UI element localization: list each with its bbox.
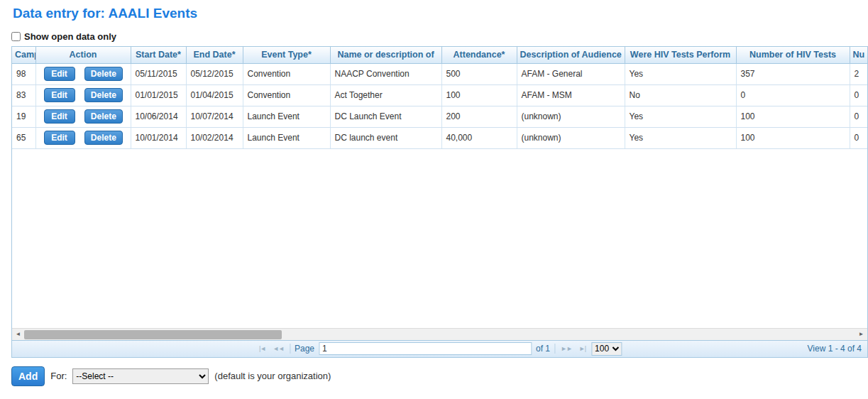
cell-campaign: 65 [12,127,35,148]
cell-action: Edit Delete [35,127,131,148]
cell-num-hiv-tests: 100 [736,106,850,127]
cell-action: Edit Delete [35,63,131,84]
cell-truncated: 0 [850,106,867,127]
cell-truncated: 0 [850,84,867,106]
first-page-icon[interactable]: |◄ [258,345,267,352]
edit-button[interactable]: Edit [44,67,75,81]
scroll-right-arrow-icon[interactable]: ► [855,329,867,340]
delete-button[interactable]: Delete [84,67,123,81]
table-row[interactable]: 19 Edit Delete 10/06/2014 10/07/2014 Lau… [12,106,867,127]
cell-truncated: 2 [850,63,867,84]
cell-campaign: 98 [12,63,35,84]
col-header-action[interactable]: Action [35,47,131,63]
page-size-select[interactable]: 100 [591,342,622,356]
cell-event-type: Launch Event [243,127,330,148]
data-grid: Camp Action Start Date* End Date* Event … [11,46,868,358]
cell-action: Edit Delete [35,106,131,127]
page-label: Page [295,344,314,354]
add-button[interactable]: Add [11,366,45,386]
delete-button[interactable]: Delete [84,131,123,145]
col-header-event-type[interactable]: Event Type* [243,47,330,63]
cell-hiv-tests: Yes [625,106,736,127]
table-row[interactable]: 65 Edit Delete 10/01/2014 10/02/2014 Lau… [12,127,867,148]
pager-controls: |◄ ◄◄ Page of 1 ►► ►| 100 [258,342,622,356]
page-of-label: of 1 [536,344,550,354]
col-header-attendance[interactable]: Attendance* [441,47,517,63]
view-range-text: View 1 - 4 of 4 [808,344,862,354]
page: Data entry for: AAALI Events Show open d… [0,0,868,386]
col-header-start-date[interactable]: Start Date* [131,47,186,63]
next-page-icon[interactable]: ►► [559,345,573,352]
cell-name: NAACP Convention [330,63,441,84]
cell-start-date: 01/01/2015 [131,84,186,106]
cell-audience: (unknown) [517,106,625,127]
show-open-data-label: Show open data only [24,31,116,42]
edit-button[interactable]: Edit [44,88,75,102]
cell-campaign: 19 [12,106,35,127]
col-header-truncated[interactable]: Nu [850,47,867,63]
scrollbar-track[interactable] [24,329,855,340]
cell-num-hiv-tests: 357 [736,63,850,84]
delete-button[interactable]: Delete [84,109,123,124]
cell-attendance: 200 [441,106,517,127]
table-row[interactable]: 83 Edit Delete 01/01/2015 01/04/2015 Con… [12,84,867,106]
cell-name: Act Together [330,84,441,106]
col-header-name[interactable]: Name or description of [330,47,441,63]
cell-num-hiv-tests: 0 [736,84,850,106]
cell-event-type: Convention [243,63,330,84]
organization-select[interactable]: --Select -- [72,368,209,384]
scroll-left-arrow-icon[interactable]: ◄ [12,329,24,340]
cell-attendance: 40,000 [441,127,517,148]
events-table: Camp Action Start Date* End Date* Event … [12,47,867,149]
header-row: Camp Action Start Date* End Date* Event … [12,47,867,63]
col-header-end-date[interactable]: End Date* [186,47,243,63]
cell-audience: AFAM - MSM [517,84,625,106]
grid-empty-area [12,149,867,328]
cell-attendance: 500 [441,63,517,84]
cell-start-date: 05/11/2015 [131,63,186,84]
page-title: Data entry for: AAALI Events [13,6,868,21]
cell-end-date: 05/12/2015 [186,63,243,84]
cell-num-hiv-tests: 100 [736,127,850,148]
footer-bar: Add For: --Select -- (default is your or… [11,366,868,386]
default-org-hint: (default is your organization) [214,371,331,381]
cell-hiv-tests: Yes [625,63,736,84]
cell-end-date: 01/04/2015 [186,84,243,106]
edit-button[interactable]: Edit [44,131,75,145]
cell-hiv-tests: No [625,84,736,106]
for-label: For: [50,371,67,381]
col-header-campaign[interactable]: Camp [12,47,35,63]
cell-attendance: 100 [441,84,517,106]
show-open-data-checkbox[interactable] [11,32,21,41]
col-header-number-hiv-tests[interactable]: Number of HIV Tests [736,47,850,63]
page-number-input[interactable] [319,342,532,355]
cell-hiv-tests: Yes [625,127,736,148]
cell-truncated: 0 [850,127,867,148]
last-page-icon[interactable]: ►| [578,345,587,352]
pager-separator [290,344,290,354]
table-row[interactable]: 98 Edit Delete 05/11/2015 05/12/2015 Con… [12,63,867,84]
cell-end-date: 10/02/2014 [186,127,243,148]
scrollbar-thumb[interactable] [24,330,282,339]
pager-bar: |◄ ◄◄ Page of 1 ►► ►| 100 View 1 - 4 of … [12,340,867,357]
col-header-audience[interactable]: Description of Audience [517,47,625,63]
cell-end-date: 10/07/2014 [186,106,243,127]
col-header-hiv-tests-performed[interactable]: Were HIV Tests Perform [625,47,736,63]
cell-action: Edit Delete [35,84,131,106]
cell-name: DC Launch Event [330,106,441,127]
pager-separator [554,344,555,354]
cell-event-type: Launch Event [243,106,330,127]
horizontal-scrollbar[interactable]: ◄ ► [12,328,867,340]
delete-button[interactable]: Delete [84,88,123,102]
cell-name: DC launch event [330,127,441,148]
cell-start-date: 10/06/2014 [131,106,186,127]
cell-audience: (unknown) [517,127,625,148]
cell-audience: AFAM - General [517,63,625,84]
edit-button[interactable]: Edit [44,109,75,124]
show-open-data-filter[interactable]: Show open data only [11,31,868,42]
cell-event-type: Convention [243,84,330,106]
prev-page-icon[interactable]: ◄◄ [271,345,285,352]
cell-start-date: 10/01/2014 [131,127,186,148]
cell-campaign: 83 [12,84,35,106]
